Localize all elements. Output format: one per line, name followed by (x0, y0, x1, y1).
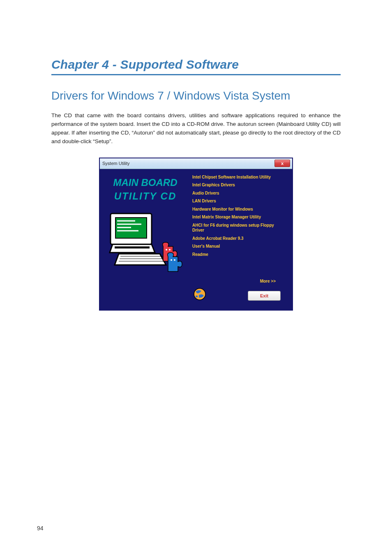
menu-item-audio[interactable]: Audio Drivers (192, 191, 285, 196)
svg-point-14 (194, 288, 205, 300)
close-icon: x (281, 161, 284, 166)
menu-item-lan[interactable]: LAN Drivers (192, 199, 285, 204)
globe-icon (193, 288, 206, 301)
menu-item-hwmonitor[interactable]: Hardware Monitor for Windows (192, 207, 285, 212)
intro-paragraph: The CD that came with the board contains… (51, 111, 341, 146)
window-body: MAIN BOARD UTILITY CD (100, 169, 292, 310)
svg-point-11 (169, 249, 171, 251)
page-number: 94 (37, 525, 44, 531)
svg-point-13 (174, 259, 175, 261)
menu-item-manual[interactable]: User's Manual (192, 244, 285, 249)
exit-button-label: Exit (260, 293, 268, 298)
menu-item-acrobat[interactable]: Adobe Acrobat Reader 9.3 (192, 236, 285, 241)
menu-panel: Intel Chipset Software Installation Util… (187, 172, 289, 306)
exit-button[interactable]: Exit (248, 291, 281, 301)
chapter-title: Chapter 4 - Supported Software (51, 58, 341, 75)
more-link[interactable]: More >> (260, 279, 276, 283)
svg-point-10 (166, 249, 167, 251)
section-title: Drivers for Windows 7 / Windows Vista Sy… (51, 89, 341, 102)
close-button[interactable]: x (274, 160, 290, 167)
brand-line-2: UTILITY CD (114, 190, 177, 202)
window-titlebar: System Utility x (100, 158, 292, 169)
menu-item-chipset[interactable]: Intel Chipset Software Installation Util… (192, 175, 285, 180)
window-title: System Utility (102, 161, 130, 166)
menu-item-readme[interactable]: Readme (192, 252, 285, 258)
menu-item-matrix-storage[interactable]: Intel Matrix Storage Manager Utility (192, 215, 285, 220)
utility-window: System Utility x MAIN BOARD UTILITY CD (99, 158, 293, 311)
svg-rect-6 (115, 246, 150, 248)
svg-point-12 (171, 259, 172, 261)
computer-clipart (106, 209, 184, 275)
menu-item-graphics[interactable]: Intel Graphics Drivers (192, 183, 285, 188)
brand-line-1: MAIN BOARD (113, 176, 178, 189)
menu-item-ahci[interactable]: AHCI for F6 during windows setup Floppy … (192, 223, 285, 233)
left-panel: MAIN BOARD UTILITY CD (103, 172, 187, 306)
